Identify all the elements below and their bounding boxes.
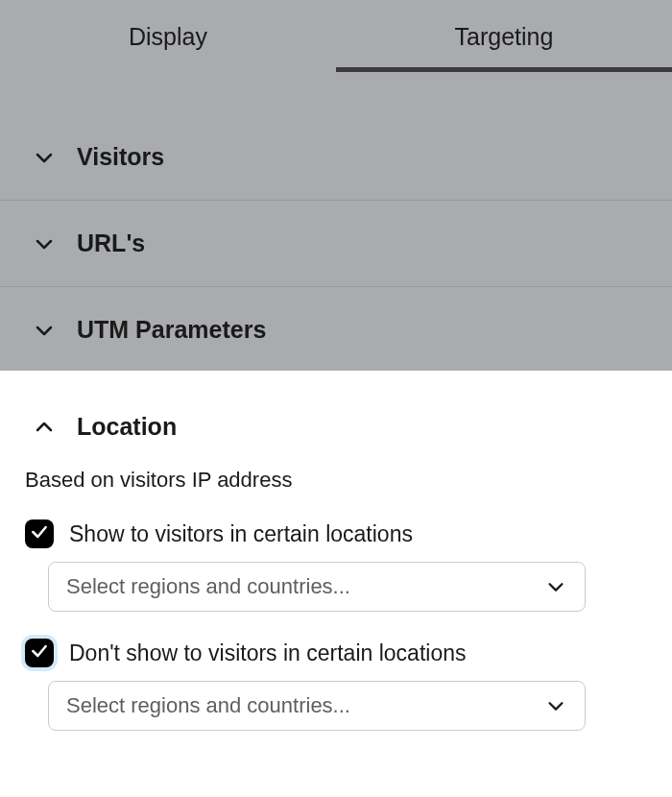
chevron-down-icon: [33, 319, 56, 342]
checkbox-show[interactable]: [25, 519, 54, 548]
option-show-block: Show to visitors in certain locations Se…: [25, 519, 647, 612]
section-visitors-label: Visitors: [77, 143, 164, 171]
tab-display-label: Display: [129, 23, 207, 50]
check-icon: [30, 522, 49, 545]
select-show-placeholder: Select regions and countries...: [66, 574, 350, 599]
location-subtext: Based on visitors IP address: [25, 468, 647, 493]
section-location-panel: Location Based on visitors IP address Sh…: [0, 371, 672, 731]
collapsed-sections: Visitors URL's UTM Parameters: [0, 72, 672, 371]
section-location-header[interactable]: Location: [0, 371, 672, 454]
tab-targeting-label: Targeting: [455, 23, 554, 50]
check-icon: [30, 641, 49, 664]
section-urls[interactable]: URL's: [0, 201, 672, 287]
select-dontshow-regions[interactable]: Select regions and countries...: [48, 681, 586, 731]
section-utm[interactable]: UTM Parameters: [0, 287, 672, 371]
chevron-down-icon: [33, 146, 56, 169]
tab-targeting[interactable]: Targeting: [336, 0, 672, 72]
chevron-up-icon: [33, 416, 56, 439]
tabs-bar: Display Targeting: [0, 0, 672, 72]
chevron-down-icon: [544, 694, 567, 717]
option-dontshow-block: Don't show to visitors in certain locati…: [25, 639, 647, 731]
section-visitors[interactable]: Visitors: [0, 118, 672, 201]
select-dontshow-placeholder: Select regions and countries...: [66, 693, 350, 718]
section-utm-label: UTM Parameters: [77, 316, 266, 344]
tab-display[interactable]: Display: [0, 0, 336, 72]
chevron-down-icon: [544, 575, 567, 598]
option-dontshow-label: Don't show to visitors in certain locati…: [69, 640, 466, 666]
option-show-label: Show to visitors in certain locations: [69, 521, 413, 547]
section-urls-label: URL's: [77, 229, 145, 257]
chevron-down-icon: [33, 232, 56, 255]
checkbox-dontshow[interactable]: [25, 639, 54, 667]
section-location-label: Location: [77, 413, 177, 441]
select-show-regions[interactable]: Select regions and countries...: [48, 562, 586, 612]
